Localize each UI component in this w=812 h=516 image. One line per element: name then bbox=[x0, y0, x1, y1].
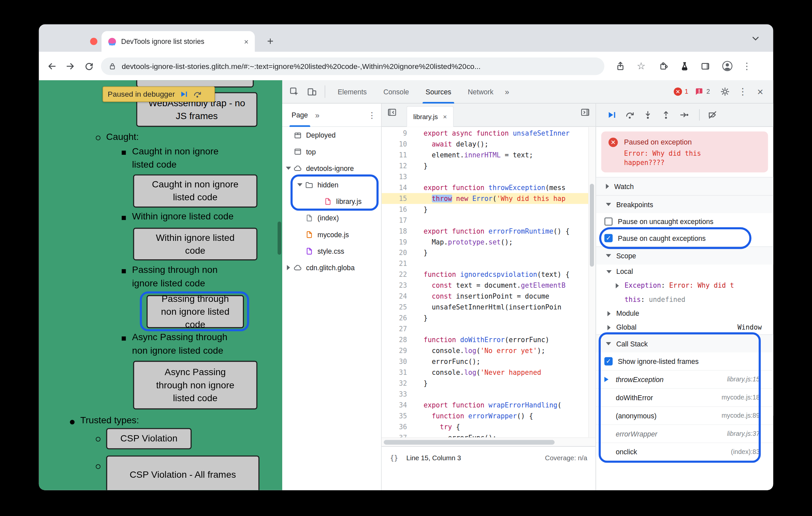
code-line-28[interactable]: 28function doWithError(errorFunc) bbox=[382, 335, 588, 345]
code-line-9[interactable]: 9export async function unsafeSetInner bbox=[382, 128, 588, 139]
banner-resume-icon[interactable] bbox=[179, 89, 188, 99]
step-over-icon[interactable] bbox=[625, 110, 635, 120]
line-number[interactable]: 19 bbox=[382, 237, 413, 247]
chevron-right-icon[interactable] bbox=[287, 265, 290, 270]
scope-row[interactable]: this: undefined bbox=[596, 292, 773, 306]
browser-tab[interactable]: DevTools ignore list stories × bbox=[102, 31, 255, 52]
line-number[interactable]: 14 bbox=[382, 182, 413, 193]
chevron-down-icon[interactable] bbox=[297, 183, 303, 186]
show-ignore-listed-row[interactable]: ✓ Show ignore-listed frames bbox=[596, 352, 773, 370]
window-close-button[interactable] bbox=[90, 38, 97, 45]
settings-gear-icon[interactable] bbox=[716, 83, 734, 100]
bookmark-star-icon[interactable]: ☆ bbox=[633, 58, 649, 74]
callstack-frame-onclick[interactable]: onclick(index):83 bbox=[596, 443, 773, 461]
editor-tab-library-js[interactable]: library.js × bbox=[407, 106, 454, 127]
console-error-icon[interactable]: ✕ bbox=[674, 87, 682, 96]
banner-step-over-icon[interactable] bbox=[193, 89, 202, 99]
extensions-puzzle-icon[interactable] bbox=[656, 58, 672, 74]
coverage-status[interactable]: Coverage: n/a bbox=[545, 454, 587, 462]
error-count[interactable]: 1 bbox=[685, 88, 688, 95]
device-toolbar-icon[interactable] bbox=[303, 83, 320, 100]
code-line-12[interactable]: 12} bbox=[382, 160, 588, 171]
line-number[interactable]: 18 bbox=[382, 226, 413, 237]
code-line-32[interactable]: 32} bbox=[382, 378, 588, 389]
code-line-31[interactable]: 31 console.log('Never happened bbox=[382, 367, 588, 378]
code-line-17[interactable]: 17 bbox=[382, 215, 588, 226]
tab-close-icon[interactable]: × bbox=[244, 37, 249, 46]
issues-icon[interactable] bbox=[695, 87, 704, 96]
devtools-tab-console[interactable]: Console bbox=[375, 80, 417, 103]
line-number[interactable]: 11 bbox=[382, 149, 413, 160]
code-editor[interactable]: 9export async function unsafeSetInner10 … bbox=[382, 127, 588, 437]
caught-non-ignore-button[interactable]: Caught in non ignore listed code bbox=[133, 175, 258, 208]
line-number[interactable]: 30 bbox=[382, 356, 413, 367]
line-number[interactable]: 34 bbox=[382, 399, 413, 411]
code-line-26[interactable]: 26} bbox=[382, 313, 588, 324]
code-line-22[interactable]: 22function ignoredcspviolation(text) { bbox=[382, 269, 588, 280]
line-number[interactable]: 35 bbox=[382, 411, 413, 421]
tree-item-devtools-ignore[interactable]: devtools-ignore bbox=[282, 160, 381, 177]
tree-item-deployed[interactable]: Deployed bbox=[282, 127, 381, 143]
code-line-20[interactable]: 20} bbox=[382, 247, 588, 258]
code-line-19[interactable]: 19 Map.prototype.set(); bbox=[382, 237, 588, 247]
line-number[interactable]: 23 bbox=[382, 280, 413, 291]
pause-caught-checkbox[interactable]: ✓ bbox=[604, 234, 613, 242]
line-number[interactable]: 29 bbox=[382, 345, 413, 356]
line-number[interactable]: 31 bbox=[382, 367, 413, 378]
chevron-right-icon[interactable] bbox=[616, 283, 618, 288]
callstack-frame-throwexception[interactable]: throwExceptionlibrary.js:15 bbox=[596, 370, 773, 388]
code-line-36[interactable]: 36 try { bbox=[382, 421, 588, 432]
devtools-menu-dots-icon[interactable]: ⋮ bbox=[734, 83, 751, 100]
code-line-16[interactable]: 16} bbox=[382, 204, 588, 215]
code-line-27[interactable]: 27 bbox=[382, 324, 588, 335]
code-line-11[interactable]: 11 element.innerHTML = text; bbox=[382, 149, 588, 160]
code-line-29[interactable]: 29 console.log('No error yet'); bbox=[382, 345, 588, 356]
profile-avatar[interactable] bbox=[719, 58, 735, 74]
browser-menu-dots-icon[interactable]: ⋮ bbox=[739, 58, 755, 74]
line-number[interactable]: 15 bbox=[382, 193, 413, 204]
line-number[interactable]: 24 bbox=[382, 291, 413, 302]
side-panel-icon[interactable] bbox=[697, 58, 713, 74]
navigator-tab-page[interactable]: Page bbox=[288, 103, 312, 127]
code-line-15[interactable]: 15 throw new Error('Why did this hap bbox=[382, 193, 588, 204]
devtools-close-icon[interactable]: × bbox=[751, 83, 769, 100]
watch-section-header[interactable]: Watch bbox=[596, 177, 773, 195]
passing-through-button[interactable]: Passing through non ignore listed code bbox=[147, 295, 244, 328]
chevron-right-icon[interactable] bbox=[607, 311, 610, 316]
line-number[interactable]: 10 bbox=[382, 139, 413, 149]
csp-violation-button[interactable]: CSP Violation bbox=[106, 428, 192, 449]
share-icon[interactable] bbox=[613, 58, 628, 74]
collapse-navigator-icon[interactable] bbox=[387, 107, 397, 117]
code-line-34[interactable]: 34export function wrapErrorHandling( bbox=[382, 399, 588, 411]
code-line-30[interactable]: 30 errorFunc(); bbox=[382, 356, 588, 367]
address-bar[interactable]: devtools-ignore-list-stories.glitch.me/#… bbox=[101, 57, 604, 74]
more-tabs-icon[interactable]: » bbox=[502, 87, 512, 96]
scope-row-module[interactable]: Module bbox=[596, 306, 773, 321]
tree-item-cdn-glitch-globa[interactable]: cdn.glitch.globa bbox=[282, 259, 381, 276]
show-ignore-listed-checkbox[interactable]: ✓ bbox=[604, 357, 613, 366]
tree-item-hidden[interactable]: hidden bbox=[282, 177, 381, 193]
issues-count[interactable]: 2 bbox=[706, 88, 710, 95]
pretty-print-icon[interactable]: {} bbox=[390, 454, 398, 462]
within-ignore-button[interactable]: Within ignore listed code bbox=[133, 227, 258, 260]
line-number[interactable]: 28 bbox=[382, 335, 413, 345]
line-number[interactable]: 13 bbox=[382, 171, 413, 182]
code-line-14[interactable]: 14export function throwException(mess bbox=[382, 182, 588, 193]
code-line-24[interactable]: 24 const insertionPoint = docume bbox=[382, 291, 588, 302]
pause-uncaught-row[interactable]: Pause on uncaught exceptions bbox=[596, 213, 773, 230]
tree-item-mycode-js[interactable]: mycode.js bbox=[282, 226, 381, 243]
page-scrollbar-thumb[interactable] bbox=[278, 221, 281, 254]
editor-horizontal-scrollbar[interactable] bbox=[382, 437, 596, 446]
devtools-tab-elements[interactable]: Elements bbox=[329, 80, 375, 103]
flask-extension-icon[interactable] bbox=[677, 58, 693, 74]
line-number[interactable]: 22 bbox=[382, 269, 413, 280]
scope-row-local[interactable]: Local bbox=[596, 265, 773, 278]
code-line-18[interactable]: 18export function errorFromRuntime() { bbox=[382, 226, 588, 237]
tab-search-chevron-icon[interactable] bbox=[750, 33, 760, 43]
chevron-down-icon[interactable] bbox=[286, 166, 291, 170]
code-line-13[interactable]: 13 bbox=[382, 171, 588, 182]
pause-caught-row[interactable]: ✓ Pause on caught exceptions bbox=[596, 230, 773, 246]
line-number[interactable]: 37 bbox=[382, 432, 413, 437]
code-line-23[interactable]: 23 const text = document.getElementB bbox=[382, 280, 588, 291]
line-number[interactable]: 17 bbox=[382, 215, 413, 226]
